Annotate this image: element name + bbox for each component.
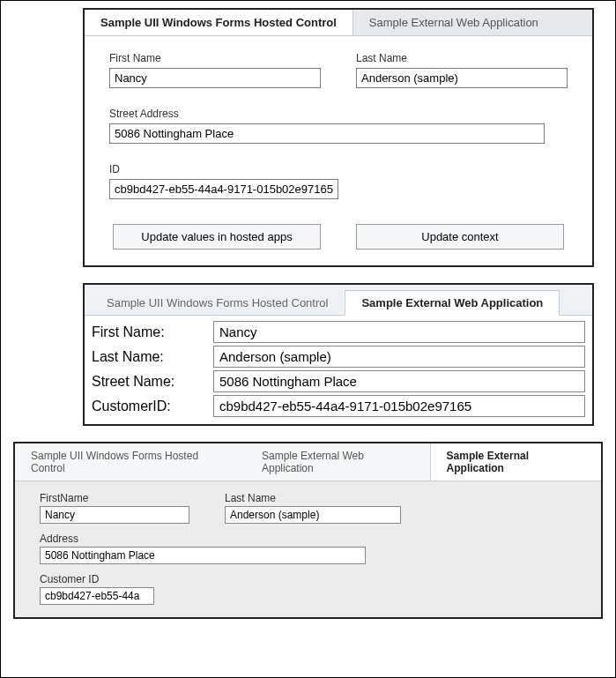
tab-external-web[interactable]: Sample External Web Application (353, 10, 554, 35)
first-name-input[interactable] (40, 506, 189, 524)
tab-external-app[interactable]: Sample External Application (430, 443, 601, 481)
tab-bar: Sample UII Windows Forms Hosted Control … (15, 443, 601, 481)
external-app-panel: Sample UII Windows Forms Hosted Control … (13, 442, 603, 619)
update-hosted-apps-button[interactable]: Update values in hosted apps (113, 224, 321, 250)
last-name-label: Last Name (225, 492, 401, 504)
street-name-input[interactable] (213, 370, 585, 392)
external-web-panel: Sample UII Windows Forms Hosted Control … (83, 283, 594, 426)
tab-hosted-control[interactable]: Sample UII Windows Forms Hosted Control (15, 443, 246, 481)
last-name-label: Last Name: (92, 349, 206, 365)
id-input[interactable] (109, 179, 338, 199)
hosted-control-panel: Sample UII Windows Forms Hosted Control … (83, 8, 594, 267)
id-label: ID (109, 163, 568, 175)
tab-hosted-control[interactable]: Sample UII Windows Forms Hosted Control (85, 10, 353, 35)
street-name-label: Street Name: (92, 374, 206, 390)
street-address-label: Street Address (109, 108, 568, 120)
first-name-label: First Name: (92, 324, 206, 340)
tab-bar: Sample UII Windows Forms Hosted Control … (85, 285, 592, 316)
tab-bar: Sample UII Windows Forms Hosted Control … (85, 10, 592, 36)
update-context-button[interactable]: Update context (356, 224, 564, 250)
customer-id-input[interactable] (40, 587, 154, 605)
last-name-input[interactable] (356, 68, 568, 88)
customer-id-label: CustomerID: (92, 399, 206, 414)
first-name-input[interactable] (213, 321, 585, 343)
tab-hosted-control[interactable]: Sample UII Windows Forms Hosted Control (90, 290, 345, 316)
first-name-label: FirstName (40, 492, 189, 504)
form-body: First Name Last Name Street Address ID U… (85, 36, 592, 265)
customer-id-input[interactable] (213, 395, 585, 417)
customer-id-label: Customer ID (40, 573, 576, 585)
address-input[interactable] (40, 547, 366, 564)
tab-external-web[interactable]: Sample External Web Application (345, 290, 560, 316)
first-name-input[interactable] (109, 68, 321, 88)
form-body: FirstName Last Name Address Customer ID (15, 481, 601, 617)
first-name-label: First Name (109, 52, 321, 64)
form-body: First Name: Last Name: Street Name: Cust… (85, 315, 592, 424)
street-address-input[interactable] (109, 123, 545, 144)
tab-external-web[interactable]: Sample External Web Application (246, 443, 430, 481)
last-name-input[interactable] (225, 506, 401, 524)
address-label: Address (40, 533, 576, 545)
last-name-input[interactable] (213, 346, 585, 368)
last-name-label: Last Name (356, 52, 568, 64)
